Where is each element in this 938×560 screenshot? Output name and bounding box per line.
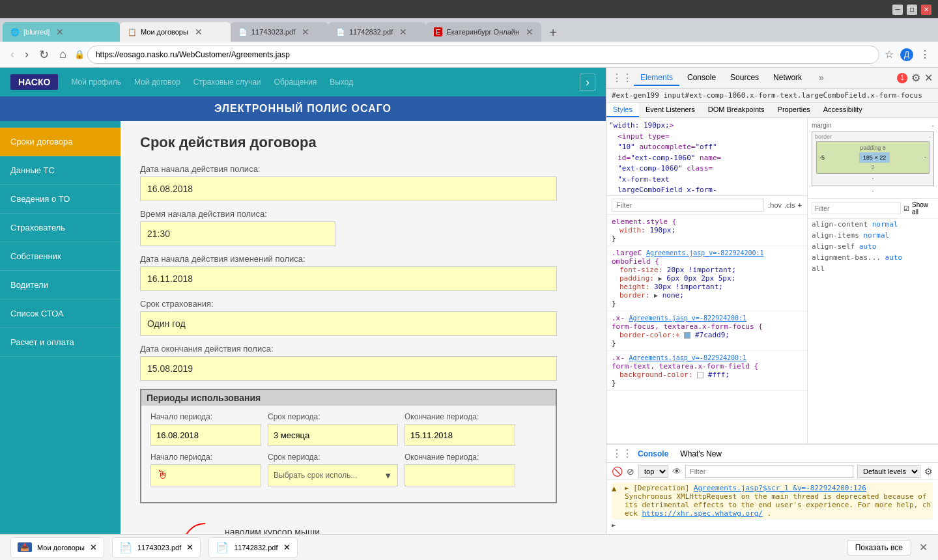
header-expand-icon[interactable]: › xyxy=(580,74,595,91)
download-close-pdf2[interactable]: ✕ xyxy=(283,542,291,552)
maximize-icon[interactable]: □ xyxy=(907,5,917,15)
styles-tab-dom[interactable]: DOM Breakpoints xyxy=(702,103,771,117)
back-button[interactable]: ‹ xyxy=(8,46,17,63)
filter-cls-button[interactable]: .cls xyxy=(784,201,795,209)
nav-appeals[interactable]: Обращения xyxy=(274,77,317,87)
download-item-pdf1[interactable]: 📄 11743023.pdf ✕ xyxy=(112,537,201,558)
console-input[interactable] xyxy=(620,521,933,529)
console-prompt-icon: ► xyxy=(612,521,616,529)
console-tab-whatsnew[interactable]: What's New xyxy=(680,449,722,458)
nav-contract[interactable]: Мой договор xyxy=(134,77,180,87)
code-line-4: id="ext-comp-1060" name= xyxy=(609,153,804,164)
period2-end-label: Окончание периода: xyxy=(405,453,515,462)
tab-label-contracts: Мои договоры xyxy=(141,28,188,36)
devtools-close-icon[interactable]: ✕ xyxy=(924,72,933,84)
styles-tab-props[interactable]: Properties xyxy=(771,103,817,117)
devtools-tab-console[interactable]: Console xyxy=(681,70,722,86)
styles-tab-accessibility[interactable]: Accessibility xyxy=(817,103,869,117)
period2-end-input[interactable] xyxy=(405,464,515,486)
tab-my-contracts[interactable]: 📋 Мои договоры ✕ xyxy=(120,22,231,42)
box-border-label: border xyxy=(815,133,832,140)
style-rule-form-focus: .x- Agreements.jasp_v=-822924200:1 form-… xyxy=(606,311,807,351)
period1-start-input[interactable] xyxy=(150,424,261,446)
styles-tab-styles[interactable]: Styles xyxy=(606,103,639,117)
close-icon[interactable]: ✕ xyxy=(921,5,931,15)
sidebar-item-vehicle[interactable]: Данные ТС xyxy=(0,156,121,185)
show-all-checkbox[interactable]: ☑ xyxy=(903,205,909,212)
sidebar-item-insurer[interactable]: Страхователь xyxy=(0,214,121,242)
url-input[interactable] xyxy=(87,46,879,64)
console-eye-icon[interactable]: 👁 xyxy=(672,466,681,477)
console-gear-icon[interactable]: ⚙ xyxy=(924,466,933,477)
sidebar-item-owner[interactable]: Собственник xyxy=(0,242,121,271)
console-message-1: ▲ ► [Deprecation] Agreements.jasp?$scr_1… xyxy=(612,483,933,520)
devtools-tab-elements[interactable]: Elements xyxy=(634,70,679,86)
console-level-select[interactable]: Default levels xyxy=(857,465,920,478)
styles-filter-input[interactable] xyxy=(612,199,764,212)
download-item-blurred[interactable]: 📥 Мои договоры ✕ xyxy=(10,537,104,558)
box-margin-bottom: - xyxy=(812,188,934,194)
devtools-tab-more[interactable]: » xyxy=(812,70,831,87)
field-input-duration[interactable] xyxy=(140,311,557,336)
box-margin-label: margin xyxy=(812,122,832,129)
filter-add-button[interactable]: + xyxy=(798,201,802,209)
console-tab-console[interactable]: Console xyxy=(638,449,668,458)
period2-duration-select[interactable]: Выбрать срок исполь... ▼ xyxy=(268,464,398,486)
nav-logout[interactable]: Выход xyxy=(330,77,353,87)
console-block-icon[interactable]: ⊘ xyxy=(627,466,634,477)
home-button[interactable]: ⌂ xyxy=(57,46,69,63)
download-close-pdf1[interactable]: ✕ xyxy=(186,542,193,552)
filter-hov-button[interactable]: :hov xyxy=(768,201,782,209)
sidebar-item-stations[interactable]: Список СТОА xyxy=(0,300,121,328)
site-logo: НАСКО xyxy=(10,74,58,90)
sidebar-item-to[interactable]: Сведения о ТО xyxy=(0,185,121,214)
field-group-start-date: Дата начала действия полиса: xyxy=(140,164,586,201)
deprecation-link[interactable]: Agreements.jasp?$scr_1 &v=-822924200:126 xyxy=(694,484,866,492)
devtools-tab-network[interactable]: Network xyxy=(767,70,808,86)
console-filter-input[interactable] xyxy=(685,465,853,478)
period1-duration-input[interactable] xyxy=(268,424,398,446)
field-input-start-time[interactable] xyxy=(140,221,335,246)
period1-end-input[interactable] xyxy=(405,424,515,446)
new-tab-button[interactable]: + xyxy=(544,23,562,42)
sidebar-item-payment[interactable]: Расчет и оплата xyxy=(0,328,121,357)
devtools-settings-icon[interactable]: ⚙ xyxy=(911,72,920,84)
field-input-end-date[interactable] xyxy=(140,356,557,381)
tab-ekb[interactable]: E Екатеринбург Онлайн ✕ xyxy=(426,22,541,42)
tab-pdf2[interactable]: 📄 11742832.pdf ✕ xyxy=(328,22,426,42)
deprecation-help-link[interactable]: https://xhr.spec.whatwg.org/ xyxy=(642,509,763,518)
minimize-icon[interactable]: ─ xyxy=(892,5,903,15)
nav-insurance[interactable]: Страховые случаи xyxy=(193,77,261,87)
tab-close-pdf2[interactable]: ✕ xyxy=(399,27,407,37)
download-item-pdf2[interactable]: 📄 11742832.pdf ✕ xyxy=(208,537,297,558)
tab-close-contracts[interactable]: ✕ xyxy=(195,27,203,37)
styles-tab-event[interactable]: Event Listeners xyxy=(639,103,702,117)
tab-blurred[interactable]: 🌐 [blurred] ✕ xyxy=(3,22,120,42)
field-input-start-date[interactable] xyxy=(140,176,557,201)
reload-button[interactable]: ↻ xyxy=(36,46,51,63)
nav-profile[interactable]: Мой профиль xyxy=(71,77,121,87)
devtools-tab-sources[interactable]: Sources xyxy=(724,70,765,86)
tab-close-blurred[interactable]: ✕ xyxy=(56,27,64,37)
tab-close-ekb[interactable]: ✕ xyxy=(526,27,533,37)
console-prompt-row[interactable]: ► xyxy=(612,520,933,531)
field-label-end-date: Дата окончания действия полиса: xyxy=(140,344,586,354)
menu-icon[interactable]: ⋮ xyxy=(920,48,930,61)
download-close-blurred[interactable]: ✕ xyxy=(90,542,97,552)
console-clear-icon[interactable]: 🚫 xyxy=(612,466,623,477)
download-icon-blurred: 📥 xyxy=(18,542,32,552)
tab-close-pdf1[interactable]: ✕ xyxy=(302,27,309,37)
forward-button[interactable]: › xyxy=(22,46,31,63)
sidebar-item-terms[interactable]: Сроки договора xyxy=(0,128,121,156)
status-close-icon[interactable]: ✕ xyxy=(919,541,928,553)
computed-filter-input[interactable] xyxy=(812,203,901,214)
bookmark-icon[interactable]: ☆ xyxy=(885,48,894,61)
console-top-select[interactable]: top xyxy=(638,465,668,478)
show-all-button[interactable]: Показать все xyxy=(847,540,911,555)
field-input-change-date[interactable] xyxy=(140,266,557,291)
sidebar-item-drivers[interactable]: Водители xyxy=(0,271,121,300)
tab-favicon-ekb: E xyxy=(434,27,442,36)
tab-pdf1[interactable]: 📄 11743023.pdf ✕ xyxy=(231,22,328,42)
period2-start-label: Начало периода: xyxy=(150,453,261,462)
profile-icon[interactable]: Д xyxy=(900,48,913,61)
